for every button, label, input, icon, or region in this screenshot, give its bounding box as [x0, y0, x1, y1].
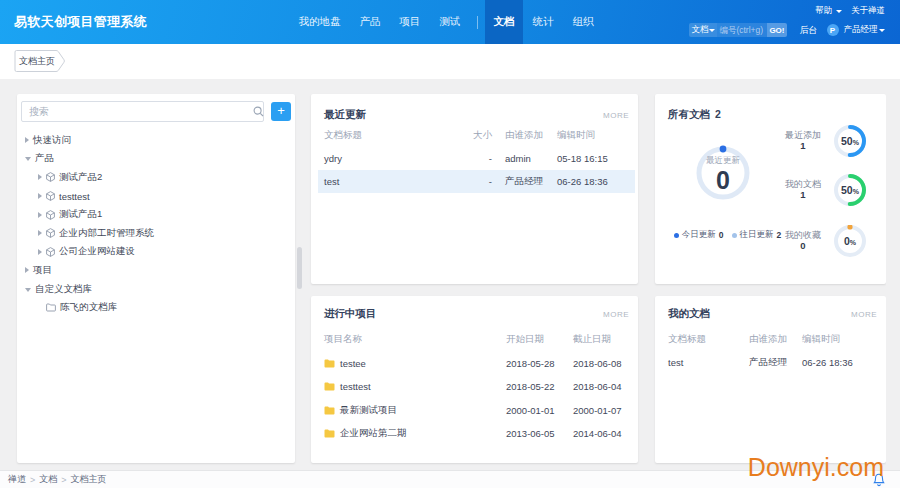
table-row[interactable]: testtest 2018-05-22 2018-06-04 [324, 375, 629, 399]
caret-right-icon[interactable] [38, 212, 42, 218]
stat-percent-sign: % [853, 188, 859, 195]
table-row[interactable]: test - 产品经理 06-26 18:36 [318, 170, 635, 193]
scrollbar-track[interactable] [886, 79, 900, 488]
caret-down-icon[interactable] [25, 288, 31, 292]
stat-label: 最近添加 [783, 130, 823, 140]
breadcrumb-zentao[interactable]: 禅道 [8, 473, 26, 486]
topbar: 易软天创项目管理系统 我的地盘 产品 项目 测试 文档 统计 组织 帮助 关于禅… [0, 0, 900, 44]
caret-right-icon[interactable] [38, 193, 42, 199]
tree-item-quick-access[interactable]: 快速访问 [17, 131, 295, 150]
col-adder: 由谁添加 [749, 333, 802, 346]
nav-item-test[interactable]: 测试 [430, 0, 470, 44]
nav-item-stats[interactable]: 统计 [523, 0, 563, 44]
tab-doc-home[interactable]: 文档主页 [14, 50, 65, 72]
go-button[interactable]: GO! [767, 23, 786, 37]
tree-item-chenfei-library[interactable]: 陈飞的文档库 [17, 298, 295, 317]
tree-item-label: 自定义文档库 [35, 283, 92, 296]
nav-item-my-space[interactable]: 我的地盘 [289, 0, 350, 44]
nav-item-project[interactable]: 项目 [390, 0, 430, 44]
stat-my-docs: 我的文档 1 50% [783, 174, 877, 206]
caret-right-icon[interactable] [38, 230, 42, 236]
admin-link[interactable]: 后台 [800, 24, 818, 37]
doc-title[interactable]: ydry [324, 153, 454, 164]
caret-right-icon[interactable] [38, 249, 42, 255]
tree-item-custom-library[interactable]: 自定义文档库 [17, 280, 295, 299]
project-name[interactable]: 企业网站第二期 [340, 427, 407, 440]
tree-item-product[interactable]: 产品 [17, 150, 295, 169]
caret-down-icon[interactable] [25, 157, 31, 161]
project-start: 2018-05-22 [506, 381, 573, 392]
main-nav: 我的地盘 产品 项目 测试 文档 统计 组织 [289, 0, 603, 44]
search-scope-select[interactable]: 文档 [689, 23, 717, 37]
card-my-docs: 我的文档 MORE 文档标题 由谁添加 编辑时间 test 产品经理 06-26… [655, 296, 886, 463]
col-time: 编辑时间 [802, 333, 877, 346]
more-link[interactable]: MORE [603, 111, 629, 120]
card-all-docs: 所有文档2 最近更新 0 今日更新 0 往日更新 2 最近添加 1 [655, 94, 886, 284]
table-header: 文档标题 大小 由谁添加 编辑时间 [324, 124, 629, 147]
stat-text-block: 我的文档 1 [783, 174, 823, 200]
help-menu[interactable]: 帮助 [815, 5, 842, 17]
tree-item-product-3[interactable]: 测试产品1 [17, 205, 295, 224]
caret-right-icon[interactable] [25, 267, 29, 273]
legend-item-today: 今日更新 0 [674, 229, 724, 241]
caret-right-icon[interactable] [25, 137, 29, 143]
project-name-cell: 企业网站第二期 [324, 427, 506, 440]
tree-item-label: 项目 [33, 264, 52, 277]
more-link[interactable]: MORE [851, 310, 877, 319]
project-name[interactable]: testee [340, 358, 366, 369]
nav-item-org[interactable]: 组织 [563, 0, 603, 44]
global-search-input[interactable] [717, 23, 767, 37]
breadcrumb-doc[interactable]: 文档 [39, 473, 57, 486]
doc-time: 05-18 16:15 [557, 153, 629, 164]
search-input[interactable] [21, 101, 264, 122]
legend-item-past: 往日更新 2 [732, 229, 782, 241]
tree-item-product-2[interactable]: testtest [17, 187, 295, 206]
tree-item-label: 产品 [35, 152, 54, 165]
stat-value: 1 [783, 190, 823, 200]
card-header: 所有文档2 [668, 107, 877, 123]
stat-value: 1 [783, 141, 823, 151]
tree-item-label: testtest [59, 191, 90, 202]
project-end: 2018-06-08 [573, 358, 629, 369]
legend-dot-icon [674, 233, 679, 238]
breadcrumb-doc-home[interactable]: 文档主页 [71, 473, 107, 486]
caret-right-icon[interactable] [38, 174, 42, 180]
tree-item-product-1[interactable]: 测试产品2 [17, 168, 295, 187]
project-name[interactable]: testtest [340, 381, 371, 392]
help-label: 帮助 [815, 5, 832, 17]
projects-table: 项目名称 开始日期 截止日期 testee 2018-05-28 2018-06… [324, 328, 629, 446]
donut-label: 最近更新 [706, 155, 740, 167]
card-header: 我的文档 MORE [668, 306, 877, 322]
doc-title[interactable]: test [668, 357, 749, 368]
table-row[interactable]: ydry - admin 05-18 16:15 [324, 147, 629, 170]
project-name[interactable]: 最新测试项目 [340, 404, 397, 417]
breadcrumb: 禅道 > 文档 > 文档主页 [8, 471, 107, 488]
splitter-grip[interactable] [297, 247, 302, 289]
user-menu[interactable]: 产品经理 [844, 24, 886, 36]
tree-item-product-5[interactable]: 公司企业网站建设 [17, 243, 295, 262]
table-row[interactable]: 最新测试项目 2000-01-01 2000-01-07 [324, 399, 629, 423]
table-row[interactable]: testee 2018-05-28 2018-06-08 [324, 352, 629, 376]
stat-percent-number: 50 [841, 135, 853, 147]
col-start-date: 开始日期 [506, 333, 573, 346]
app-title: 易软天创项目管理系统 [14, 0, 147, 44]
nav-item-product[interactable]: 产品 [350, 0, 390, 44]
add-library-button[interactable]: + [271, 102, 291, 121]
chevron-down-icon [879, 29, 885, 32]
nav-item-doc[interactable]: 文档 [485, 0, 523, 44]
card-header: 最近更新 MORE [324, 107, 629, 123]
project-name-cell: testee [324, 358, 506, 369]
tree-item-label: 公司企业网站建设 [59, 245, 135, 258]
tree-item-project[interactable]: 项目 [17, 261, 295, 280]
table-row[interactable]: test 产品经理 06-26 18:36 [668, 351, 877, 374]
about-link[interactable]: 关于禅道 [851, 5, 885, 17]
legend-label: 往日更新 [740, 229, 774, 241]
table-row[interactable]: 企业网站第二期 2013-06-05 2014-06-04 [324, 422, 629, 446]
doc-title[interactable]: test [324, 176, 454, 187]
more-link[interactable]: MORE [603, 310, 629, 319]
cube-icon [46, 191, 55, 201]
doc-size: - [454, 176, 492, 187]
tree-item-product-4[interactable]: 企业内部工时管理系统 [17, 224, 295, 243]
avatar[interactable]: P [827, 24, 839, 36]
doc-adder: 产品经理 [492, 175, 557, 188]
